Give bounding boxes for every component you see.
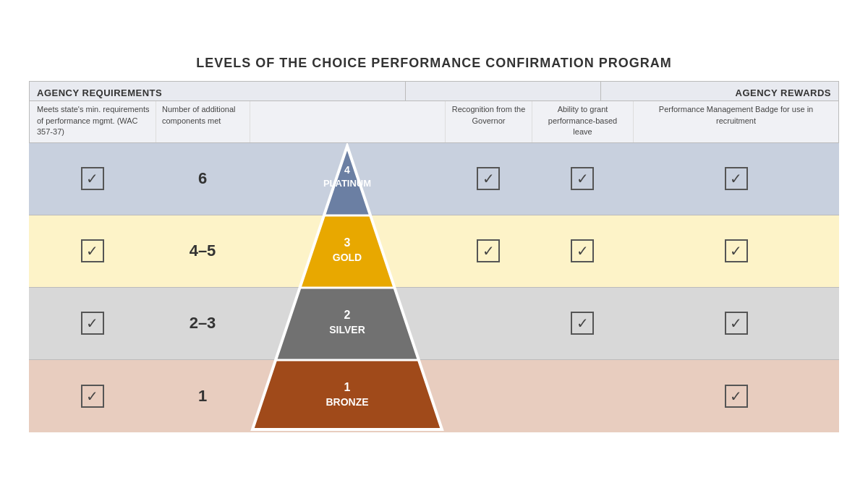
platinum-leave-check: ✓ <box>571 167 594 190</box>
main-container: LEVELS OF THE CHOICE PERFORMANCE CONFIRM… <box>14 48 854 439</box>
platinum-governor-check: ✓ <box>477 167 500 190</box>
bronze-badge-check: ✓ <box>725 385 748 408</box>
bronze-governor-empty <box>445 360 532 432</box>
levels-table: ✓ 6 ✓ ✓ ✓ ✓ 4–5 <box>29 143 839 432</box>
bronze-meets-cell: ✓ <box>29 360 156 432</box>
gold-governor-check: ✓ <box>477 239 500 262</box>
gold-components: 4–5 <box>156 215 250 287</box>
silver-meets-check: ✓ <box>81 312 104 335</box>
sub-header-meets: Meets state's min. requirements of perfo… <box>30 101 156 142</box>
silver-badge-check: ✓ <box>725 312 748 335</box>
silver-meets-cell: ✓ <box>29 288 156 359</box>
gold-badge-check: ✓ <box>725 239 748 262</box>
gold-leave-check: ✓ <box>571 239 594 262</box>
platinum-governor-cell: ✓ <box>445 143 532 215</box>
silver-components: 2–3 <box>156 288 250 359</box>
platinum-pyramid-cell <box>250 143 445 215</box>
gold-leave-cell: ✓ <box>532 215 633 287</box>
silver-components-value: 2–3 <box>190 314 216 333</box>
bronze-components-value: 1 <box>198 387 207 406</box>
bronze-badge-cell: ✓ <box>633 360 839 432</box>
bronze-pyramid-cell <box>250 360 445 432</box>
platinum-components: 6 <box>156 143 250 215</box>
gold-components-value: 4–5 <box>190 241 216 260</box>
silver-leave-check: ✓ <box>571 312 594 335</box>
sub-header-num-additional: Number of additional components met <box>156 101 250 142</box>
platinum-badge-cell: ✓ <box>633 143 839 215</box>
gold-governor-cell: ✓ <box>445 215 532 287</box>
bronze-components: 1 <box>156 360 250 432</box>
page-title: LEVELS OF THE CHOICE PERFORMANCE CONFIRM… <box>29 56 839 71</box>
platinum-meets-cell: ✓ <box>29 143 156 215</box>
gold-row: ✓ 4–5 ✓ ✓ ✓ <box>29 215 839 288</box>
gold-badge-cell: ✓ <box>633 215 839 287</box>
agency-requirements-header: AGENCY REQUIREMENTS <box>30 82 406 100</box>
agency-rewards-header: AGENCY REWARDS <box>601 82 838 100</box>
agency-requirements-label: AGENCY REQUIREMENTS <box>37 87 162 98</box>
gold-meets-check: ✓ <box>81 239 104 262</box>
platinum-components-value: 6 <box>198 169 207 188</box>
platinum-leave-cell: ✓ <box>532 143 633 215</box>
gold-pyramid-cell <box>250 215 445 287</box>
bronze-row: ✓ 1 ✓ <box>29 360 839 432</box>
silver-row: ✓ 2–3 ✓ ✓ <box>29 288 839 360</box>
silver-leave-cell: ✓ <box>532 288 633 359</box>
silver-pyramid-cell <box>250 288 445 359</box>
silver-badge-cell: ✓ <box>633 288 839 359</box>
platinum-badge-check: ✓ <box>725 167 748 190</box>
platinum-meets-check: ✓ <box>81 167 104 190</box>
bronze-meets-check: ✓ <box>81 385 104 408</box>
sub-header-governor: Recognition from the Governor <box>446 101 532 142</box>
agency-rewards-label: AGENCY REWARDS <box>736 87 831 98</box>
silver-governor-empty <box>445 288 532 359</box>
gold-meets-cell: ✓ <box>29 215 156 287</box>
platinum-row: ✓ 6 ✓ ✓ ✓ <box>29 143 839 215</box>
sub-header-badge: Performance Management Badge for use in … <box>634 101 838 142</box>
bronze-leave-empty <box>532 360 633 432</box>
sub-header-leave: Ability to grant performance-based leave <box>532 101 634 142</box>
